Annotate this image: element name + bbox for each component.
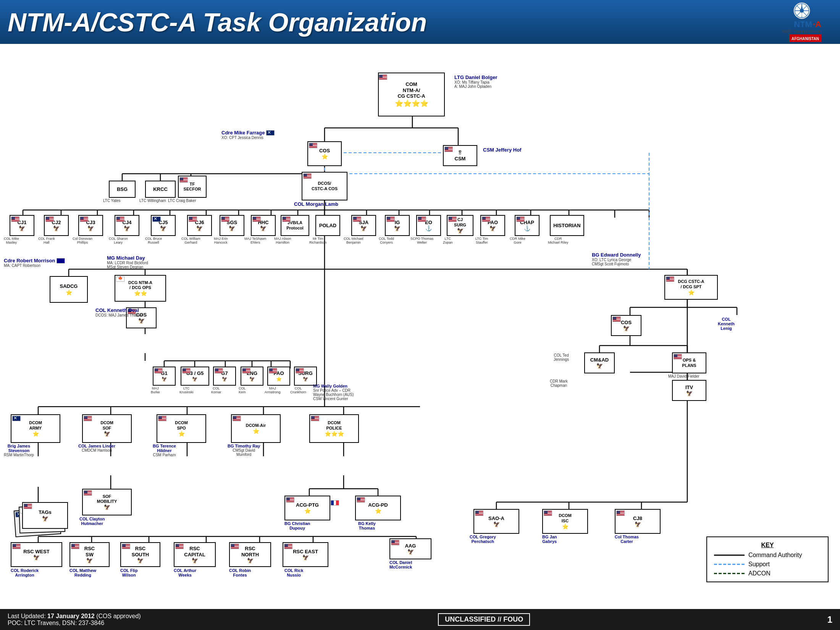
kenneth-deal-label: COL Kenneth Deal DCOS: MAJ James Thamer [95,307,143,317]
rsc-east-box: RSC EAST 🦅 [283,542,328,567]
wally-golden-label: MG Wally Golden Snr Police Adv – CDR Way… [313,384,354,401]
cj-surg-label: LTCZupan [443,237,453,244]
col-carter-label: Col ThomasCarter [615,535,639,544]
jvbla-label: MAJ AlisonHamilton [274,237,291,244]
tf-secfor-box: TFSECFOR [178,176,207,198]
csm-box: 🎖 CSM [443,145,477,166]
bg-gabrys-label: BG JanGabrys [542,535,557,544]
bg-thomas-label: BG KellyThomas [358,521,376,530]
cj3-label: Col DonovanPhillips [73,237,92,244]
polad-box: POLAD [315,215,340,236]
ig-box: IG 🦅 [385,215,410,236]
classification-label: UNCLASSIFIED // FOUO [438,613,530,626]
aag-box: AAG 🦅 [389,538,431,559]
eo-label: SCPO ThomasWelter [410,237,433,244]
col-hutmacher-label: COL ClaytonHutmacher [79,517,105,526]
rsc-capital-box: RSCCAPITAL 🦅 [174,542,216,567]
rsc-south-label: COL FlipWilson [120,568,138,577]
afghanistan-text: AFGHANISTAN [792,37,819,41]
acg-ptg-box: ACG-PTG ⭐ [284,496,330,520]
g1-box: G1 🦅 [153,367,176,386]
dcos-person-label: COL Morgan Lamb [294,201,338,207]
csm-title: CSM [455,156,466,162]
sja-label: COL MichaelBenjamin [344,237,363,244]
csm-person-label: CSM Jeffery Hof [483,147,521,153]
lenig-label: COLKennethLenig [718,317,735,331]
col-mccormick-label: COL DanielMcCormick [389,560,412,569]
key-box: KEY Command Authority Support ADCON [706,536,829,582]
dcom-police-box: DCOMPOLICE ⭐⭐⭐ [309,414,359,443]
pao2-label: MAJArmstrong [265,386,281,394]
key-item-command: Command Authority [714,552,821,559]
sja-box: SJA 🦅 [351,215,376,236]
com-title: COMNTM-A/CG CSTC-A [397,81,425,99]
sao-a-box: SAO-A 🦅 [473,509,519,534]
rsc-west-label: COL RoderickArrington [11,568,39,577]
rsc-sw-label: COL MatthewRedding [69,568,96,577]
cos-title: COS [319,148,330,154]
chap-box: CHAP ⚓ [515,215,540,236]
cj6-box: CJ6 🦅 [187,215,212,236]
g7-label: COLKomar [211,386,221,394]
rsc-west-box: RSC WEST 🦅 [11,542,62,567]
g3g5-label: LTCKrusinski [179,386,194,394]
cj8-box: CJ8 🦅 [615,509,661,534]
col-linder-label: COL James Linder CMDCM Harrison [78,444,115,452]
dcg-cstca-box: DCG CSTC-A/ DCG SPT ⭐ [664,275,718,300]
hhc-label: MAJ TeShawnEhlers [244,237,266,244]
bg-ray-label: BG Timothy Ray CMSgt DavidMumford [228,444,260,457]
sadcg-person-label: Cdre Robert Morrison MA: CAPT Robertson [4,258,65,268]
nato-compass-icon [788,2,815,19]
cos-box: COS ⭐ [307,141,342,166]
svg-point-6 [800,9,804,13]
nato-subtitle: NATO Training Mission [782,29,821,34]
g7-box: G7 🦅 [213,367,236,386]
itv-box: ITV 🦅 [672,380,706,401]
donnelly-label: BG Edward Donnelly XO: LTC Lyrica George… [592,252,641,266]
rsc-south-box: RSCSOUTH 🦅 [120,542,160,567]
chap-label: CDR MikeGore [510,237,525,244]
cj1-box: CJ1 🦅 [10,215,34,236]
acg-pd-box: ACG-PD ⭐ [355,496,401,520]
last-updated-suffix: (COS approved) [96,613,141,619]
rsc-north-box: RSCNORTH 🦅 [229,542,271,567]
ntm-text: NTM [794,19,812,29]
eng-box: ENG 🦅 [241,367,263,386]
footer-poc: POC: LTC Travens, DSN: 237-3846 [8,620,104,626]
hhc-box: HHC 🦅 [251,215,276,236]
chapman-label: CDR MarkChapman [550,379,568,388]
tf-secfor-label: LTC Craig Baker [168,199,196,203]
ltg-bolger-name: LTG Daniel Bolger [454,74,497,80]
cj2-box: CJ2 🦅 [44,215,69,236]
last-updated-date: 17 January 2012 [47,613,95,619]
cj3-box: CJ3 🦅 [78,215,103,236]
rsc-east-label: COL RickNussio [284,568,303,577]
farrage-label: Cdre Mike Farrage XO: CPT Jessica Dennis [221,130,275,140]
sgs-box: SGS 🦅 [220,215,244,236]
cj4-box: CJ4 🦅 [115,215,139,236]
key-command-label: Command Authority [748,552,802,559]
bg-dupouy-label: BG ChristianDupouy [284,521,310,530]
header: NTM-A/CSTC-A Task Organization NTM ·A NA… [0,0,840,44]
dcom-isc-box: DCOMISC ⭐ [542,509,588,534]
ted-jennings-label: COL TedJennings [554,353,569,362]
historian-box: HISTORIAN [550,215,584,236]
polad-label: Mr TimRichardson [309,237,327,244]
com-flag [379,73,387,80]
dcom-army-box: DCOMARMY ⭐ [11,414,60,443]
dcom-sof-box: DCOMSOF 🦅 [82,414,132,443]
rsc-north-label: COL RobinFontes [229,568,251,577]
pao-box: PAO 🦅 [480,215,505,236]
page-title: NTM-A/CSTC-A Task Organization [8,7,427,37]
dcom-spo-box: DCOMSPO ⭐ [157,414,206,443]
page-number: 1 [827,614,832,625]
sgs-label: MAJ ErinHancock [214,237,228,244]
cj-surg-box: CJSURG 🦅 [447,215,473,236]
org-chart-area: COMNTM-A/CG CSTC-A ⭐⭐⭐⭐ LTG Daniel Bolge… [0,44,840,609]
footer: Last Updated: 17 January 2012 (COS appro… [0,609,840,630]
cj5-label: COL BruceRussell [145,237,162,244]
last-updated-prefix: Last Updated: [8,613,47,619]
ops-plans-label: MAJ David Fielder [668,374,699,378]
key-support-label: Support [748,561,770,568]
ltg-bolger-a: A: MAJ John Opladen [454,84,497,89]
